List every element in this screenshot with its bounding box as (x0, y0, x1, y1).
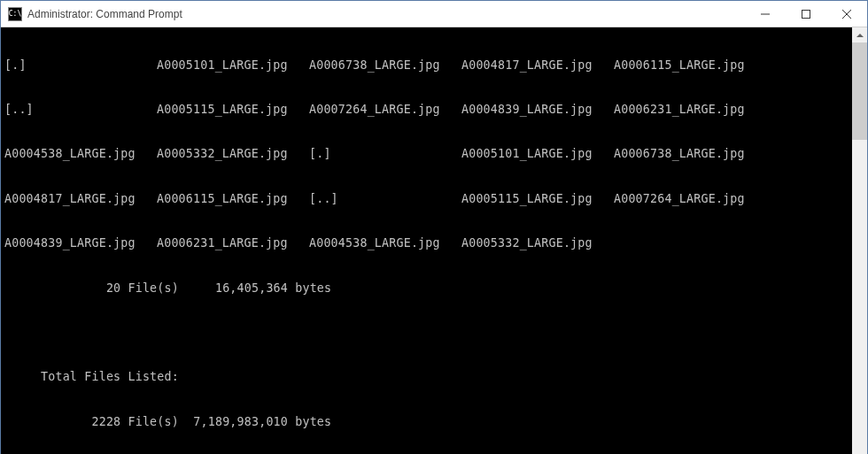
maximize-button[interactable] (786, 1, 826, 27)
titlebar[interactable]: C:\ Administrator: Command Prompt (1, 1, 867, 27)
dir-summary: 20 File(s) 16,405,364 bytes (4, 281, 849, 296)
window-title: Administrator: Command Prompt (27, 8, 745, 20)
scrollbar[interactable] (852, 27, 867, 454)
total-files: 2228 File(s) 7,189,983,010 bytes (4, 415, 849, 430)
scroll-up-button[interactable] (852, 27, 867, 42)
file-row: A0004817_LARGE.jpgA0006115_LARGE.jpg[..]… (4, 192, 849, 207)
scroll-thumb[interactable] (852, 42, 867, 140)
scroll-track[interactable] (852, 42, 867, 454)
window-frame: C:\ Administrator: Command Prompt [.]A00… (0, 0, 868, 454)
terminal-area: [.]A0005101_LARGE.jpgA0006738_LARGE.jpgA… (1, 27, 867, 454)
window-controls (745, 1, 867, 27)
cmd-icon: C:\ (8, 7, 22, 21)
file-row: [.]A0005101_LARGE.jpgA0006738_LARGE.jpgA… (4, 58, 849, 73)
svg-rect-0 (802, 10, 810, 18)
file-row: A0004538_LARGE.jpgA0005332_LARGE.jpg[.]A… (4, 147, 849, 162)
minimize-button[interactable] (745, 1, 786, 27)
close-button[interactable] (826, 1, 867, 27)
file-row: [..]A0005115_LARGE.jpgA0007264_LARGE.jpg… (4, 103, 849, 118)
file-row: A0004839_LARGE.jpgA0006231_LARGE.jpgA000… (4, 236, 849, 251)
blank-line (4, 326, 849, 341)
terminal-output[interactable]: [.]A0005101_LARGE.jpgA0006738_LARGE.jpgA… (1, 27, 852, 454)
total-header: Total Files Listed: (4, 370, 849, 385)
